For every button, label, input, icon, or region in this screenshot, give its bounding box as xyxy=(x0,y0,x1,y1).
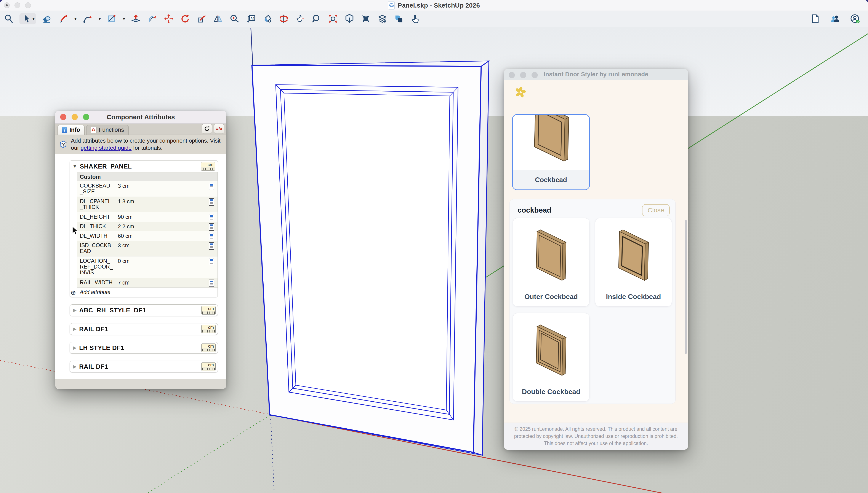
formula-detail-icon[interactable] xyxy=(209,280,214,287)
tab-functions-label: Functions xyxy=(99,127,124,133)
mouse-cursor xyxy=(72,226,79,236)
attribute-name: DL_CPANEL_THICK xyxy=(77,197,115,212)
shaker-panel-name: SHAKER_PANEL xyxy=(80,163,132,170)
dialog-minimize-button[interactable] xyxy=(520,72,526,78)
section-bar-abc-rh-style[interactable]: ▶ ABC_RH_STYLE_DF1 cm xyxy=(69,304,218,316)
component-attributes-titlebar[interactable]: Component Attributes xyxy=(55,111,226,124)
option-label: Inside Cockbead xyxy=(595,293,672,301)
component-attributes-dialog: Component Attributes i Info fx Functions… xyxy=(55,111,226,389)
expand-triangle-icon[interactable]: ▶ xyxy=(73,326,77,332)
selected-style-card[interactable]: Cockbead xyxy=(512,114,590,190)
unit-cm-badge[interactable]: cm xyxy=(201,343,216,352)
table-row: ISD_COCKBEAD 3 cm xyxy=(77,241,218,256)
collapse-triangle-icon[interactable]: ▼ xyxy=(73,164,77,169)
option-card-inside-cockbead[interactable]: Inside Cockbead xyxy=(595,218,672,306)
tab-functions[interactable]: fx Functions xyxy=(86,125,128,134)
option-card-double-cockbead[interactable]: Double Cockbead xyxy=(513,313,589,402)
option-card-outer-cockbead[interactable]: Outer Cockbead xyxy=(513,218,589,306)
section-bar-rail-df1[interactable]: ▶ RAIL DF1 cm xyxy=(69,323,218,335)
table-row: DL_THICK 2.2 cm xyxy=(77,222,218,231)
attribute-value[interactable]: 1.8 cm xyxy=(115,197,205,212)
add-attribute-row[interactable]: ⊕ Add attribute xyxy=(77,287,218,297)
formula-detail-icon[interactable] xyxy=(209,214,214,221)
formula-detail-icon[interactable] xyxy=(209,258,214,265)
add-attribute-icon[interactable]: ⊕ xyxy=(70,289,76,296)
getting-started-link[interactable]: getting started guide xyxy=(81,145,132,151)
formula-icon: =fx xyxy=(216,126,223,131)
unit-cm-badge[interactable]: cm xyxy=(201,162,215,171)
attribute-value[interactable]: 0 cm xyxy=(115,256,205,278)
attribute-name: RAIL_WIDTH xyxy=(77,278,115,287)
attribute-name: COCKBEAD_SIZE xyxy=(77,181,115,197)
attribute-name: DL_WIDTH xyxy=(77,231,115,241)
expand-triangle-icon[interactable]: ▶ xyxy=(73,307,77,313)
door-styler-titlebar[interactable]: Instant Door Styler by runLemonade xyxy=(504,69,688,80)
formula-detail-icon[interactable] xyxy=(209,183,214,190)
instant-door-styler-dialog: Instant Door Styler by runLemonade xyxy=(504,69,688,450)
formula-detail-icon[interactable] xyxy=(209,223,214,231)
attribute-value[interactable]: 60 cm xyxy=(115,231,205,241)
cockbead-panel-title: cockbead xyxy=(518,206,551,214)
tab-info-label: Info xyxy=(69,127,80,133)
dialog-zoom-button[interactable] xyxy=(531,72,538,78)
refresh-button[interactable] xyxy=(202,124,212,134)
shaker-panel-section: ▼ SHAKER_PANEL cm Custom COCKBEAD_SIZE 3… xyxy=(69,160,218,297)
attribute-value[interactable]: 7 cm xyxy=(115,278,205,287)
info-icon: i xyxy=(62,127,67,133)
inside-cockbead-thumbnail xyxy=(609,226,659,287)
attributes-tab-strip: i Info fx Functions =fx xyxy=(55,124,226,135)
add-attribute-label[interactable]: Add attribute xyxy=(77,289,110,295)
dialog-close-button[interactable] xyxy=(509,72,515,78)
outer-cockbead-thumbnail xyxy=(526,226,576,287)
attributes-table: Custom COCKBEAD_SIZE 3 cm DL_CPANEL_THIC… xyxy=(77,172,218,297)
door-styler-title: Instant Door Styler by runLemonade xyxy=(544,71,648,78)
component-cube-icon xyxy=(59,137,67,151)
table-row: DL_WIDTH 60 cm xyxy=(77,231,218,241)
attribute-name: LOCATION_REF_DOOR_INVIS xyxy=(77,256,115,278)
dialog-close-button[interactable] xyxy=(60,114,66,120)
section-bar-rail-df1-2[interactable]: ▶ RAIL DF1 cm xyxy=(69,361,218,372)
unit-cm-badge[interactable]: cm xyxy=(201,362,216,371)
sketchup-window: Panel.skp - SketchUp 2026 ▾ ▾ xyxy=(0,0,868,493)
table-row: RAIL_WIDTH 7 cm xyxy=(77,278,218,287)
table-row: DL_HEIGHT 90 cm xyxy=(77,212,218,222)
option-label: Outer Cockbead xyxy=(513,293,589,301)
attribute-value[interactable]: 2.2 cm xyxy=(115,222,205,231)
formula-detail-icon[interactable] xyxy=(209,233,214,240)
cockbead-panel: cockbead Close Outer Cockbead I xyxy=(509,199,675,404)
attributes-content: ▼ SHAKER_PANEL cm Custom COCKBEAD_SIZE 3… xyxy=(55,154,226,389)
expand-triangle-icon[interactable]: ▶ xyxy=(73,345,77,351)
close-button[interactable]: Close xyxy=(642,204,670,216)
dialog-resize-strip[interactable] xyxy=(55,379,226,389)
attribute-value[interactable]: 3 cm xyxy=(115,181,205,197)
dialog-minimize-button[interactable] xyxy=(72,114,78,120)
table-row: DL_CPANEL_THICK 1.8 cm xyxy=(77,197,218,212)
attributes-help-text: Add attributes below to create your comp… xyxy=(71,137,223,151)
group-header-custom: Custom xyxy=(77,172,218,181)
attributes-info-banner: Add attributes below to create your comp… xyxy=(55,135,226,154)
double-cockbead-thumbnail xyxy=(526,321,576,382)
formula-detail-icon[interactable] xyxy=(209,242,214,250)
tab-info[interactable]: i Info xyxy=(58,125,84,134)
cockbead-thumbnail xyxy=(513,115,589,171)
refresh-icon xyxy=(204,126,210,132)
functions-icon: fx xyxy=(91,127,97,133)
shaker-panel-header[interactable]: ▼ SHAKER_PANEL cm xyxy=(70,160,218,172)
dialog-zoom-button[interactable] xyxy=(83,114,89,120)
attribute-value[interactable]: 90 cm xyxy=(115,212,205,222)
attribute-name: DL_HEIGHT xyxy=(77,212,115,222)
expand-triangle-icon[interactable]: ▶ xyxy=(73,364,77,369)
dialog-title: Component Attributes xyxy=(107,113,175,121)
section-bar-lh-style-df1[interactable]: ▶ LH STYLE DF1 cm xyxy=(69,342,218,353)
option-label: Double Cockbead xyxy=(513,388,589,396)
unit-cm-badge[interactable]: cm xyxy=(201,306,216,315)
attribute-name: ISD_COCKBEAD xyxy=(77,241,115,256)
unit-cm-badge[interactable]: cm xyxy=(201,325,216,333)
attribute-value[interactable]: 3 cm xyxy=(115,241,205,256)
toggle-formula-button[interactable]: =fx xyxy=(214,124,224,134)
scrollbar-thumb[interactable] xyxy=(685,220,687,354)
attribute-name: DL_THICK xyxy=(77,222,115,231)
table-row: LOCATION_REF_DOOR_INVIS 0 cm xyxy=(77,256,218,278)
selected-style-label: Cockbead xyxy=(513,170,589,190)
formula-detail-icon[interactable] xyxy=(209,198,214,206)
